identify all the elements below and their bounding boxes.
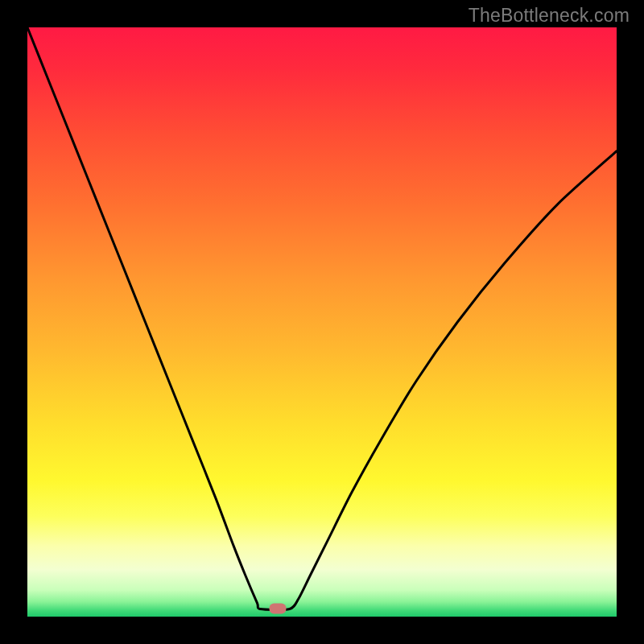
bottleneck-curve — [27, 27, 617, 617]
watermark-text: TheBottleneck.com — [469, 5, 630, 27]
chart-frame: TheBottleneck.com — [0, 0, 644, 644]
minimum-marker — [270, 604, 287, 614]
plot-area — [27, 27, 617, 617]
